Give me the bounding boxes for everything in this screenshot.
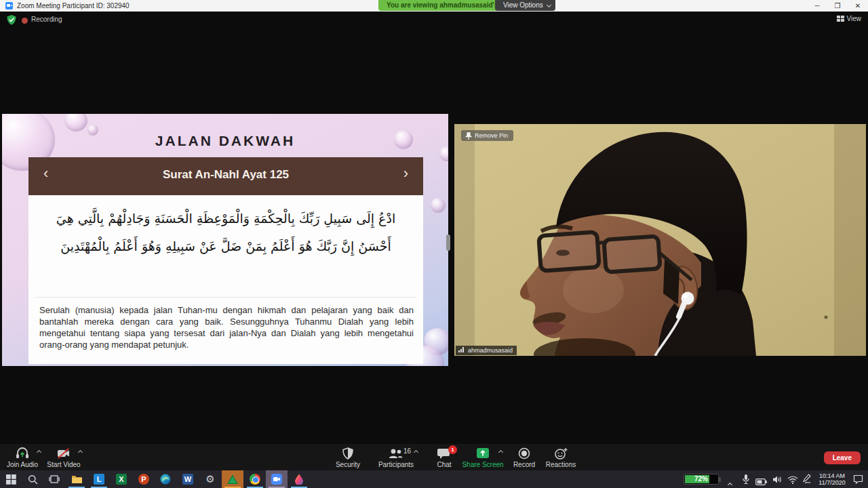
tray-microphone-icon[interactable] bbox=[742, 474, 750, 488]
participant-name: ahmadmusasaid bbox=[468, 347, 513, 354]
excel-button[interactable]: X bbox=[111, 470, 132, 488]
clock-date: 11/7/2020 bbox=[812, 479, 852, 486]
chat-label: Chat bbox=[437, 461, 451, 468]
excel-icon: X bbox=[116, 474, 127, 485]
edge-icon bbox=[160, 474, 171, 485]
translation-text: Serulah (manusia) kepada jalan Tuhan-mu … bbox=[39, 304, 414, 350]
security-label: Security bbox=[336, 461, 360, 468]
gear-icon: ⚙ bbox=[205, 474, 214, 485]
window-title: Zoom Meeting Participant ID: 302940 bbox=[17, 2, 130, 9]
droplet-app-icon bbox=[294, 474, 304, 485]
meeting-area: Recording View JALAN DAKWAH ‹ Surat An-N… bbox=[0, 12, 868, 444]
view-options-label: View Options bbox=[503, 1, 543, 9]
participants-button[interactable]: Participants 16 bbox=[372, 447, 420, 468]
start-video-button[interactable]: Start Video bbox=[42, 447, 85, 468]
security-button[interactable]: Security bbox=[326, 447, 370, 468]
battery-meter-widget[interactable]: 72% bbox=[684, 474, 719, 485]
powerpoint-button[interactable]: P bbox=[133, 470, 155, 488]
zoom-app-icon bbox=[5, 2, 13, 9]
record-label: Record bbox=[513, 461, 535, 468]
search-icon bbox=[28, 474, 38, 485]
participants-icon bbox=[387, 447, 405, 460]
taskbar-clock[interactable]: 10:14 AM 11/7/2020 bbox=[812, 472, 852, 486]
battery-tip bbox=[719, 477, 721, 482]
security-shield-icon bbox=[7, 15, 16, 25]
close-button[interactable]: ✕ bbox=[848, 0, 868, 12]
tray-pen-icon[interactable] bbox=[803, 474, 811, 488]
windows-taskbar: L X P W ⚙ bbox=[0, 470, 868, 488]
zoom-taskbar-button[interactable] bbox=[266, 470, 288, 488]
tray-wifi-icon[interactable] bbox=[787, 474, 798, 488]
windows-logo-icon bbox=[6, 474, 16, 485]
tray-speaker-icon[interactable] bbox=[772, 474, 783, 488]
view-label: View bbox=[847, 15, 862, 22]
google-drive-icon bbox=[227, 474, 238, 485]
ayat-title: Surat An-Nahl Ayat 125 bbox=[28, 168, 423, 182]
battery-percent: 72% bbox=[684, 475, 718, 483]
arabic-verse-text: ادْعُ إِلَى سَبِيلِ رَبِّكَ بِالْحِكْمَة… bbox=[47, 205, 404, 260]
participant-video-figure bbox=[454, 124, 866, 356]
chat-notification-badge: 1 bbox=[448, 445, 457, 454]
clock-time: 10:14 AM bbox=[812, 472, 852, 479]
recording-label: Recording bbox=[31, 16, 62, 23]
powerpoint-icon: P bbox=[138, 474, 149, 485]
google-drive-button[interactable] bbox=[222, 470, 243, 488]
join-audio-button[interactable]: Join Audio bbox=[1, 447, 44, 468]
join-audio-label: Join Audio bbox=[7, 461, 38, 468]
window-titlebar: Zoom Meeting Participant ID: 302940 You … bbox=[0, 0, 868, 12]
start-video-label: Start Video bbox=[47, 461, 80, 468]
task-view-button[interactable] bbox=[43, 470, 65, 488]
reactions-label: Reactions bbox=[546, 461, 576, 468]
restore-button[interactable]: ❐ bbox=[827, 0, 848, 12]
file-explorer-button[interactable] bbox=[66, 470, 87, 488]
reactions-icon bbox=[553, 447, 568, 460]
edge-button[interactable] bbox=[155, 470, 176, 488]
record-icon bbox=[517, 447, 531, 460]
word-button[interactable]: W bbox=[177, 470, 199, 488]
taskbar-search-button[interactable] bbox=[22, 470, 43, 488]
action-center-button[interactable] bbox=[853, 474, 863, 488]
shield-icon bbox=[341, 447, 355, 460]
participants-count: 16 bbox=[403, 447, 411, 455]
remove-pin-label: Remove Pin bbox=[475, 132, 508, 139]
bubble-decoration bbox=[431, 198, 446, 213]
pinned-participant-video: Remove Pin ahmadmusasaid bbox=[454, 124, 866, 356]
chrome-button[interactable] bbox=[244, 470, 266, 488]
split-drag-handle[interactable] bbox=[446, 235, 450, 251]
remove-pin-button[interactable]: Remove Pin bbox=[461, 130, 513, 141]
leave-button[interactable]: Leave bbox=[824, 451, 861, 464]
next-ayat-button[interactable]: › bbox=[403, 165, 408, 182]
pin-icon bbox=[465, 132, 472, 140]
start-button[interactable] bbox=[0, 470, 22, 488]
share-screen-label: Share Screen bbox=[462, 461, 503, 468]
divider bbox=[35, 297, 416, 298]
app-l-button[interactable]: L bbox=[88, 470, 110, 488]
file-explorer-icon bbox=[71, 474, 83, 484]
window-controls: ─ ❐ ✕ bbox=[807, 0, 868, 12]
share-screen-icon bbox=[475, 447, 490, 460]
grid-view-icon bbox=[837, 16, 844, 22]
share-screen-button[interactable]: Share Screen bbox=[459, 447, 507, 468]
chevron-down-icon bbox=[547, 3, 551, 7]
recording-dot-icon bbox=[22, 18, 28, 24]
tray-hidden-icons-button[interactable] bbox=[728, 477, 732, 488]
participants-label: Participants bbox=[378, 461, 414, 468]
ayat-nav-bar: ‹ Surat An-Nahl Ayat 125 › bbox=[28, 157, 423, 195]
droplet-app-button[interactable] bbox=[288, 470, 310, 488]
view-options-button[interactable]: View Options bbox=[495, 0, 555, 11]
app-l-icon: L bbox=[94, 474, 104, 485]
reactions-button[interactable]: Reactions bbox=[539, 447, 583, 468]
zoom-taskbar-icon bbox=[271, 474, 282, 485]
tray-battery-icon[interactable] bbox=[755, 476, 767, 488]
signal-bars-icon bbox=[458, 347, 466, 352]
participant-name-tag: ahmadmusasaid bbox=[456, 346, 517, 355]
settings-button[interactable]: ⚙ bbox=[199, 470, 221, 488]
camera-off-icon bbox=[56, 447, 72, 460]
ayat-content-panel: ادْعُ إِلَى سَبِيلِ رَبِّكَ بِالْحِكْمَة… bbox=[28, 195, 423, 364]
task-view-icon bbox=[49, 474, 60, 484]
minimize-button[interactable]: ─ bbox=[807, 0, 827, 12]
zoom-toolbar: Join Audio Start Video Security Particip… bbox=[0, 444, 868, 470]
view-layout-button[interactable]: View bbox=[837, 15, 862, 22]
slide-title: JALAN DAKWAH bbox=[2, 133, 448, 149]
headset-icon bbox=[15, 447, 30, 460]
